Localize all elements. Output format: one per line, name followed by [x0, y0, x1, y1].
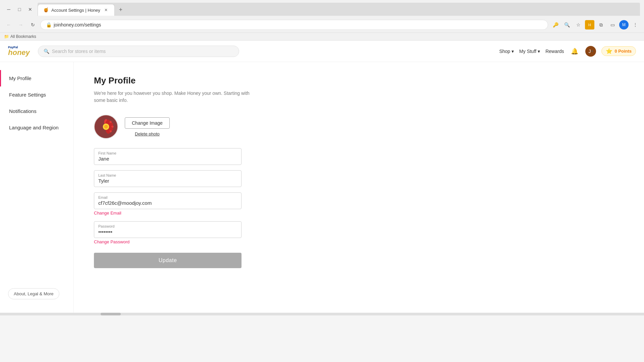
points-badge[interactable]: ⭐ 0 Points	[601, 46, 636, 56]
shop-chevron-icon: ▾	[512, 49, 514, 54]
lock-icon: 🔒	[46, 22, 52, 27]
zoom-icon[interactable]: 🔍	[562, 20, 572, 29]
nav-actions: Shop ▾ My Stuff ▾ Rewards 🔔 J ▾ ⭐ 0 Poin…	[499, 46, 636, 57]
tab-favicon: 🍯	[43, 7, 49, 13]
change-password-link[interactable]: Change Password	[94, 239, 129, 244]
about-legal-button[interactable]: About, Legal & More	[8, 288, 59, 299]
sidebar-bottom: About, Legal & More	[0, 283, 73, 305]
sidebar-item-my-profile[interactable]: My Profile	[0, 70, 73, 86]
top-nav: PayPal honey 🔍 Search for stores or item…	[0, 41, 644, 62]
browser-chrome: ─ □ ✕ 🍯 Account Settings | Honey ✕ + ← →…	[0, 0, 644, 41]
page-subtitle: We're here for you however you shop. Mak…	[94, 90, 624, 104]
email-field: Email	[94, 192, 241, 209]
mystuff-nav-link[interactable]: My Stuff ▾	[519, 49, 540, 54]
url-input[interactable]: joinhoney.com/settings	[54, 22, 542, 27]
toolbar-icons: 🔑 🔍 ☆ H ⧉ ▭ M ⋮	[551, 20, 640, 29]
main-content: My Profile We're here for you however yo…	[74, 62, 644, 313]
page-title: My Profile	[94, 75, 624, 86]
close-window-button[interactable]: ✕	[25, 5, 35, 14]
browser-controls: ─ □ ✕	[4, 5, 35, 14]
search-icon: 🔍	[44, 49, 49, 54]
sidebar-nav: My Profile Feature Settings Notification…	[0, 70, 73, 283]
sidebar-item-label: My Profile	[9, 75, 32, 81]
logo[interactable]: PayPal honey	[8, 46, 30, 56]
minimize-button[interactable]: ─	[4, 5, 13, 14]
bookmarks-folder-icon: 📁	[4, 34, 9, 39]
tab-title: Account Settings | Honey	[51, 8, 100, 13]
search-placeholder: Search for stores or items	[52, 49, 106, 54]
key-icon[interactable]: 🔑	[551, 20, 560, 29]
password-group: Password Change Password	[94, 221, 624, 245]
password-field: Password	[94, 221, 241, 238]
sidebar: My Profile Feature Settings Notification…	[0, 62, 74, 313]
horizontal-scrollbar[interactable]	[0, 313, 644, 315]
update-button[interactable]: Update	[94, 253, 241, 268]
email-group: Email Change Email	[94, 192, 624, 216]
shop-label: Shop	[499, 49, 510, 54]
bookmarks-label[interactable]: All Bookmarks	[10, 34, 36, 39]
star-icon[interactable]: ☆	[574, 20, 583, 29]
logo-honey-text: honey	[8, 49, 30, 56]
mystuff-chevron-icon: ▾	[538, 49, 540, 54]
last-name-field: Last Name	[94, 170, 241, 187]
shop-nav-link[interactable]: Shop ▾	[499, 49, 514, 54]
mystuff-label: My Stuff	[519, 49, 536, 54]
email-input[interactable]	[98, 200, 237, 206]
active-tab[interactable]: 🍯 Account Settings | Honey ✕	[38, 4, 115, 16]
avatar-chevron-icon: ▾	[591, 49, 593, 53]
image-actions: Change Image Delete photo	[125, 117, 170, 136]
forward-button[interactable]: →	[16, 20, 25, 29]
first-name-input[interactable]	[98, 156, 237, 162]
new-tab-button[interactable]: +	[116, 5, 125, 14]
last-name-input[interactable]	[98, 178, 237, 184]
first-name-group: First Name	[94, 148, 624, 165]
menu-icon[interactable]: ⋮	[631, 20, 640, 29]
tab-bar: 🍯 Account Settings | Honey ✕ +	[38, 3, 640, 16]
sidebar-item-language-region[interactable]: Language and Region	[0, 119, 73, 136]
password-label: Password	[98, 224, 237, 228]
points-label: 0 Points	[614, 49, 632, 54]
avatar-initials: J	[588, 49, 591, 54]
extensions-icon[interactable]: ⧉	[596, 20, 606, 29]
extension-icon[interactable]: H	[585, 20, 594, 29]
password-input[interactable]	[98, 229, 237, 235]
sidebar-item-label: Language and Region	[9, 125, 59, 130]
bookmarks-bar: 📁 All Bookmarks	[0, 33, 644, 40]
main-layout: My Profile Feature Settings Notification…	[0, 62, 644, 313]
profile-image-section: Change Image Delete photo	[94, 115, 624, 139]
sidebar-item-notifications[interactable]: Notifications	[0, 103, 73, 119]
points-star-icon: ⭐	[606, 48, 612, 54]
tab-close-button[interactable]: ✕	[103, 7, 109, 13]
tablet-icon[interactable]: ▭	[608, 20, 617, 29]
first-name-label: First Name	[98, 151, 237, 155]
reload-button[interactable]: ↻	[28, 20, 38, 29]
search-bar[interactable]: 🔍 Search for stores or items	[38, 46, 239, 57]
sidebar-item-label: Feature Settings	[9, 92, 46, 98]
scroll-thumb	[101, 313, 121, 315]
maximize-button[interactable]: □	[15, 5, 24, 14]
sidebar-item-feature-settings[interactable]: Feature Settings	[0, 86, 73, 103]
browser-top-bar: ─ □ ✕ 🍯 Account Settings | Honey ✕ +	[0, 0, 644, 18]
back-button[interactable]: ←	[4, 20, 13, 29]
logo-icon: PayPal honey	[8, 46, 30, 56]
rewards-nav-link[interactable]: Rewards	[545, 49, 564, 54]
last-name-label: Last Name	[98, 173, 237, 177]
sidebar-item-label: Notifications	[9, 108, 37, 114]
notifications-bell-icon[interactable]: 🔔	[569, 46, 580, 57]
change-image-button[interactable]: Change Image	[125, 117, 170, 129]
svg-point-10	[104, 125, 108, 128]
user-avatar[interactable]: J ▾	[585, 46, 596, 57]
email-label: Email	[98, 195, 237, 199]
avatar-image	[95, 115, 117, 139]
last-name-group: Last Name	[94, 170, 624, 187]
app-wrapper: PayPal honey 🔍 Search for stores or item…	[0, 41, 644, 315]
address-bar-row: ← → ↻ 🔒 joinhoney.com/settings 🔑 🔍 ☆ H ⧉…	[0, 18, 644, 33]
address-bar[interactable]: 🔒 joinhoney.com/settings	[40, 20, 548, 30]
change-email-link[interactable]: Change Email	[94, 210, 121, 216]
first-name-field: First Name	[94, 148, 241, 165]
profile-icon[interactable]: M	[619, 20, 629, 29]
rewards-label: Rewards	[545, 49, 564, 54]
avatar	[94, 115, 118, 139]
delete-photo-button[interactable]: Delete photo	[125, 131, 170, 136]
